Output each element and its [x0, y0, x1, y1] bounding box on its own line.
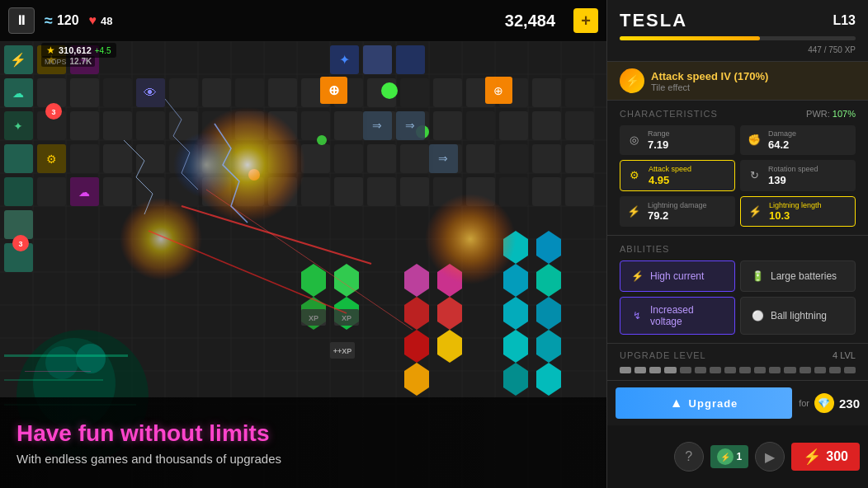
- score-value: 32,484: [505, 12, 555, 30]
- svg-rect-163: [363, 45, 392, 74]
- stat-label: Rotation speed: [768, 165, 851, 174]
- svg-marker-101: [503, 264, 528, 297]
- game-area: ⊕ ⊕ XP XP ++XP: [0, 0, 606, 488]
- svg-marker-100: [536, 231, 561, 264]
- tower-header: TESLA L13 447 / 750 XP: [607, 0, 868, 62]
- svg-rect-122: [485, 77, 512, 104]
- help-button[interactable]: ?: [674, 442, 704, 472]
- upgrade-level-title: UPGRADE LEVEL: [620, 350, 706, 360]
- svg-point-173: [45, 103, 62, 120]
- plus-icon[interactable]: +: [573, 8, 598, 33]
- svg-rect-159: [363, 111, 392, 140]
- svg-rect-39: [301, 78, 330, 107]
- heart-icon: ♥: [89, 13, 97, 28]
- tile-effect-row: ⚡ Attack speed IV (170%) Tile effect: [607, 62, 868, 101]
- svg-marker-110: [437, 264, 462, 297]
- stat-icon: ↻: [745, 167, 763, 185]
- banner-subtitle: With endless games and thousands of upgr…: [17, 452, 590, 466]
- svg-point-178: [76, 344, 106, 373]
- bottom-icons-row: ? ⚡ 1 ▶ ⚡ 300: [607, 425, 868, 488]
- svg-rect-80: [532, 144, 561, 173]
- score-value-bottom: 300: [826, 449, 848, 464]
- upgrade-pip: [620, 367, 631, 373]
- pause-button[interactable]: ⏸: [8, 7, 35, 34]
- stat-icon: ⚡: [746, 202, 764, 220]
- svg-rect-179: [4, 354, 128, 357]
- svg-rect-98: [565, 177, 594, 206]
- svg-text:XP: XP: [342, 314, 351, 322]
- wave-count: 120: [57, 13, 79, 28]
- wave-counter: ≈ 120: [45, 12, 79, 30]
- ability-item[interactable]: 🔋 Large batteries: [740, 260, 856, 292]
- svg-rect-62: [499, 111, 528, 140]
- stat-value: 10.3: [769, 209, 850, 222]
- question-icon: ?: [685, 449, 692, 464]
- svg-marker-114: [301, 264, 326, 297]
- ability-item[interactable]: ⚪ Ball lightning: [740, 297, 856, 335]
- upgrade-arrow-icon: ▲: [670, 396, 684, 411]
- svg-rect-37: [235, 78, 264, 107]
- mops-label: MOPS: [45, 58, 67, 66]
- bonus-indicator: ⚡ 1: [710, 445, 749, 468]
- banner-title: Have fun without limits: [17, 420, 590, 447]
- xp-text: 447 / 750 XP: [620, 45, 856, 54]
- ability-name: Ball lightning: [771, 310, 827, 321]
- svg-rect-63: [532, 111, 561, 140]
- stat-value: 139: [768, 174, 851, 186]
- svg-rect-59: [400, 111, 429, 140]
- star-delta: +4.5: [95, 46, 111, 55]
- svg-rect-46: [532, 78, 561, 107]
- svg-rect-74: [334, 144, 363, 173]
- stat-item: ⚡ Lightning damage 79.2: [620, 196, 735, 228]
- upgrade-pip: [695, 367, 706, 373]
- svg-rect-169: [136, 78, 165, 107]
- svg-rect-182: [25, 371, 91, 372]
- ability-item[interactable]: ⚡ High current: [620, 260, 735, 292]
- stat-label: Lightning length: [769, 201, 850, 210]
- svg-rect-44: [466, 78, 495, 107]
- svg-marker-106: [536, 330, 561, 363]
- svg-rect-147: [4, 144, 33, 173]
- svg-rect-145: [4, 111, 33, 140]
- svg-rect-141: [4, 45, 33, 74]
- bonus-count: 1: [737, 451, 743, 462]
- star-count: 310,612: [59, 45, 92, 55]
- svg-rect-89: [268, 177, 297, 206]
- svg-rect-67: [103, 144, 132, 173]
- svg-rect-33: [103, 78, 132, 107]
- tile-effect-text: Attack speed IV (170%) Tile effect: [651, 70, 856, 92]
- svg-rect-64: [565, 111, 594, 140]
- upgrade-pip: [800, 367, 811, 373]
- svg-rect-150: [4, 243, 33, 272]
- ability-item[interactable]: ↯ Increased voltage: [620, 297, 735, 335]
- svg-rect-75: [367, 144, 396, 173]
- wave-icon: ≈: [45, 12, 53, 30]
- svg-rect-65: [37, 144, 66, 173]
- pause-icon[interactable]: ⏸: [8, 7, 35, 34]
- svg-marker-103: [503, 297, 528, 330]
- svg-rect-36: [202, 78, 231, 107]
- svg-rect-87: [202, 177, 231, 206]
- stat-value: 4.95: [649, 174, 729, 186]
- upgrade-button[interactable]: ▲ Upgrade: [616, 387, 792, 419]
- upgrade-level-section: UPGRADE LEVEL 4 LVL: [607, 344, 868, 381]
- next-button[interactable]: ▶: [755, 442, 785, 472]
- svg-marker-119: [404, 363, 429, 396]
- svg-marker-111: [404, 297, 429, 330]
- ability-icon: ↯: [629, 307, 645, 324]
- svg-rect-130: [334, 309, 359, 326]
- score-display-bottom: ⚡ 300: [791, 443, 860, 471]
- svg-rect-49: [70, 111, 99, 140]
- svg-marker-113: [404, 330, 429, 363]
- svg-rect-32: [70, 78, 99, 107]
- svg-text:✦: ✦: [339, 53, 350, 67]
- upgrade-cost-group: for 💎 230: [799, 393, 860, 413]
- svg-rect-84: [103, 177, 132, 206]
- stat-icon: ⚙: [625, 167, 644, 185]
- upgrade-pip: [680, 367, 691, 373]
- stat-item: ◎ Range 7.19: [620, 125, 735, 155]
- svg-text:3: 3: [51, 108, 55, 116]
- next-icon: ▶: [765, 449, 775, 465]
- svg-rect-48: [37, 111, 66, 140]
- tile-effect-icon: ⚡: [620, 68, 644, 93]
